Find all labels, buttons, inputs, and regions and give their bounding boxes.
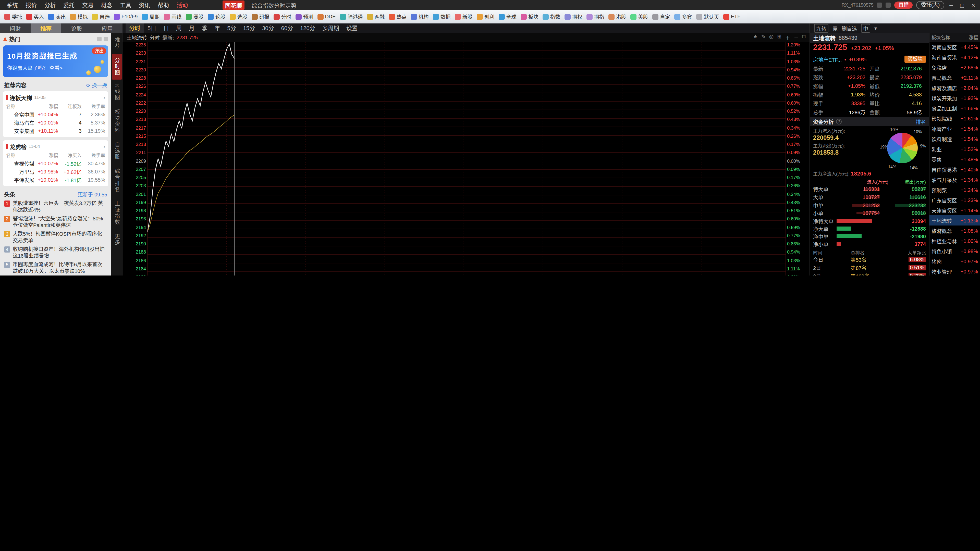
toolbar-button[interactable]: 两融 (365, 11, 387, 22)
stock-row[interactable]: 吉视传媒 +10.07% -1.52亿 30.47% (6, 159, 105, 167)
toolbar-button[interactable]: 热点 (387, 11, 409, 22)
period-tab[interactable]: 分时 (126, 24, 144, 33)
period-tab[interactable]: 5分 (224, 24, 239, 33)
bell-icon[interactable] (877, 3, 882, 8)
toolbar-button[interactable]: 圈股 (183, 11, 205, 22)
stock-row[interactable]: 合富中国 +10.04% 7 2.36% (6, 110, 105, 118)
expand-icon[interactable] (97, 37, 102, 41)
nine-turn-button[interactable]: 九转 (814, 24, 829, 32)
stock-row[interactable]: 平潭发展 +10.01% -1.81亿 19.55% (6, 176, 105, 184)
toolbar-button[interactable]: 板块 (519, 11, 541, 22)
menu-item[interactable]: 概念 (97, 0, 116, 10)
toolbar-button[interactable]: 期权 (563, 11, 584, 22)
sidebar-tab[interactable]: 问财 (0, 24, 30, 33)
toolbar-button[interactable]: 卖出 (46, 11, 68, 22)
menu-item[interactable]: 交易 (79, 0, 97, 10)
toolbar-button[interactable]: 多窗 (672, 11, 694, 22)
headline-item[interactable]: 4 收购脑机接口资产！海外机构调研股出炉 这16股业绩暴增 (4, 246, 107, 259)
draw-icon[interactable]: ✎ (761, 33, 765, 41)
period-tab[interactable]: 年 (211, 24, 224, 33)
sidebar-tab[interactable]: 推荐 (30, 24, 61, 33)
zoom-out-icon[interactable]: － (794, 33, 799, 41)
period-tab[interactable]: 120分 (297, 24, 319, 33)
period-tab[interactable]: 60分 (278, 24, 297, 33)
toolbar-button[interactable]: 新股 (453, 11, 475, 22)
view-tab[interactable]: 板块资料 (111, 105, 122, 137)
period-tab[interactable]: 季 (198, 24, 211, 33)
sector-row[interactable]: 影视院线 +1.61% (929, 113, 980, 124)
symbol-name[interactable]: 土地流转 (813, 34, 835, 42)
toolbar-button[interactable]: 研报 (249, 11, 271, 22)
toolbar-button[interactable]: ETF (721, 11, 743, 22)
toolbar-button[interactable]: DDE (315, 11, 338, 22)
auction-button[interactable]: 竞 (832, 24, 838, 32)
related-etf-link[interactable]: 房地产ETF... (813, 56, 842, 63)
banner-popup-tag[interactable]: 弹出 (92, 48, 106, 54)
toolbar-button[interactable]: 周期 (140, 11, 162, 22)
sector-row[interactable]: 海南自贸区 +4.45% (929, 42, 980, 52)
sector-row[interactable]: 自由贸易港 +1.40% (929, 164, 980, 175)
remove-watchlist-button[interactable]: 删自选 (842, 24, 857, 32)
sector-row[interactable]: 油气开采及... +1.34% (929, 175, 980, 185)
sector-row[interactable]: 特色小镇 +0.98% (929, 246, 980, 256)
period-tab[interactable]: 5日 (144, 24, 160, 33)
headline-item[interactable]: 1 美股遭重挫！六巨头一夜蒸发3.2万亿 英伟达跌近4% (4, 200, 107, 213)
toolbar-button[interactable]: F10/F9 (112, 11, 140, 22)
grid-icon[interactable]: ⊞ (777, 33, 781, 41)
sector-row[interactable]: 免税店 +2.68% (929, 62, 980, 73)
menu-item[interactable]: 工具 (116, 0, 135, 10)
feedback-icon[interactable] (103, 37, 108, 41)
sector-row[interactable]: 物业管理 +0.97% (929, 266, 980, 275)
headline-item[interactable]: 3 大跌5%！韩国暂停KOSPI市场的程序化交易卖单 (4, 230, 107, 244)
live-button[interactable]: 直播 (894, 2, 913, 9)
menu-item[interactable]: 报价 (22, 0, 40, 10)
sector-row[interactable]: 预制菜 +1.24% (929, 185, 980, 195)
chevron-right-icon[interactable]: › (103, 94, 105, 100)
view-tab[interactable]: K线图 (111, 81, 122, 104)
period-tab[interactable]: 月 (185, 24, 198, 33)
minimize-button[interactable]: ─ (948, 2, 955, 8)
stock-row[interactable]: 万里马 +19.98% +2.62亿 36.07% (6, 167, 105, 176)
toolbar-button[interactable]: 陆港通 (338, 11, 365, 22)
view-tab[interactable]: 分时图 (111, 54, 122, 79)
favorite-icon[interactable]: ★ (753, 33, 758, 41)
view-tab[interactable]: 自选股 (111, 138, 122, 164)
sector-row[interactable]: 土地流转 +1.13% (929, 215, 980, 225)
menu-item[interactable]: 分析 (41, 0, 59, 10)
toolbar-button[interactable]: 选股 (228, 11, 249, 22)
order-entry-button[interactable]: 委托(大) (916, 1, 944, 9)
maximize-button[interactable]: ▢ (958, 2, 966, 8)
sector-row[interactable]: 食品加工制造 +1.66% (929, 103, 980, 113)
toolbar-button[interactable]: 预测 (293, 11, 315, 22)
message-icon[interactable] (886, 3, 891, 8)
chevron-right-icon[interactable]: › (103, 143, 105, 149)
sector-row[interactable]: 冰雪产业 +1.54% (929, 124, 980, 134)
sidebar-tab[interactable]: 应用 (92, 24, 123, 33)
sector-row[interactable]: 旅游及酒店 +2.04% (929, 83, 980, 93)
sector-row[interactable]: 煤炭开采加工 +1.92% (929, 93, 980, 103)
stock-row[interactable]: 安泰集团 +10.11% 3 15.19% (6, 127, 105, 135)
toolbar-button[interactable]: 美股 (628, 11, 650, 22)
view-tab[interactable]: 推荐 (111, 34, 122, 53)
period-tab[interactable]: 周 (172, 24, 185, 33)
toolbar-button[interactable]: 自定 (650, 11, 672, 22)
sidebar-tab[interactable]: 论股 (61, 24, 92, 33)
toolbar-button[interactable]: 机构 (409, 11, 431, 22)
period-tab[interactable]: 多周期 (319, 24, 343, 33)
sector-row[interactable]: 天津自贸区 +1.14% (929, 205, 980, 215)
toolbar-button[interactable]: 默认页 (694, 11, 721, 22)
sector-row[interactable]: 种植业与林业 +1.00% (929, 236, 980, 246)
period-tab[interactable]: 日 (160, 24, 172, 33)
sector-row[interactable]: 猪肉 +0.97% (929, 256, 980, 266)
toolbar-button[interactable]: 数据 (431, 11, 453, 22)
toolbar-button[interactable]: 全球 (496, 11, 519, 22)
menu-item[interactable]: 委托 (60, 0, 78, 10)
toolbar-button[interactable]: 创利 (475, 11, 496, 22)
toolbar-button[interactable]: 自选 (90, 11, 112, 22)
view-tab[interactable]: 上证指数 (111, 197, 122, 229)
help-icon[interactable]: ? (836, 119, 842, 124)
headline-item[interactable]: 2 警惕泡沫！“大空头”最新持仓曝光：80%仓位做空Palantir和英伟达 (4, 215, 107, 229)
mid-button[interactable]: 中 (861, 24, 870, 32)
price-plot[interactable] (147, 42, 786, 275)
view-tab[interactable]: 更多 (111, 230, 122, 249)
